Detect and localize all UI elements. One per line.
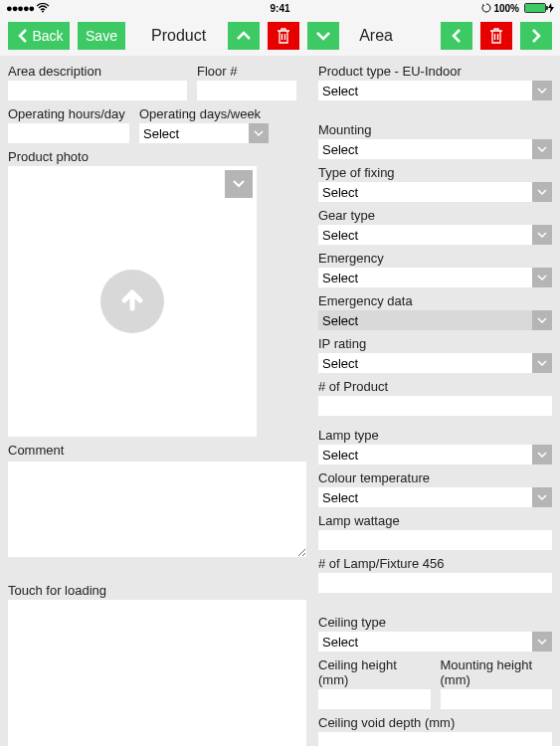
- op-hours-input[interactable]: [8, 123, 129, 143]
- num-product-label: # of Product: [318, 379, 552, 394]
- save-button[interactable]: Save: [78, 22, 125, 50]
- fixing-label: Type of fixing: [318, 165, 552, 180]
- mounting-select[interactable]: [318, 139, 552, 159]
- mounting-height-label: Mounting height (mm): [441, 657, 553, 687]
- loading-label: Touch for loading: [8, 583, 306, 598]
- lamp-type-select[interactable]: [318, 445, 552, 465]
- svg-point-0: [42, 11, 44, 13]
- status-time: 9:41: [270, 3, 289, 14]
- chevron-down-icon: [249, 123, 269, 143]
- product-type-label: Product type - EU-Indoor: [318, 64, 552, 79]
- fixing-select[interactable]: [318, 182, 552, 202]
- colour-temp-label: Colour temperature: [318, 470, 552, 485]
- chevron-left-icon: [18, 29, 28, 43]
- trash-icon: [489, 28, 503, 44]
- ceiling-type-select[interactable]: [318, 632, 552, 652]
- floor-input[interactable]: [197, 81, 296, 100]
- right-column: Product type - EU-Indoor Mounting Type o…: [318, 64, 552, 746]
- lamp-wattage-label: Lamp wattage: [318, 513, 552, 528]
- charging-icon: [548, 3, 554, 13]
- ceiling-height-input[interactable]: [318, 689, 431, 709]
- chevron-down-icon: [532, 225, 552, 245]
- back-label: Back: [32, 28, 63, 44]
- comment-input[interactable]: [8, 462, 306, 557]
- ceiling-height-label: Ceiling height (mm): [318, 657, 431, 687]
- area-desc-input[interactable]: [8, 81, 187, 100]
- comment-label: Comment: [8, 443, 306, 458]
- product-type-select[interactable]: [318, 81, 552, 100]
- photo-dropdown-button[interactable]: [225, 170, 253, 198]
- signal-dots: ●●●●●: [6, 2, 34, 14]
- status-bar: ●●●●● 9:41 100%: [0, 0, 560, 16]
- chevron-down-icon: [532, 310, 552, 330]
- chevron-down-icon: [532, 182, 552, 202]
- chevron-right-icon: [531, 29, 541, 43]
- chevron-down-icon: [532, 487, 552, 507]
- chevron-down-icon: [532, 632, 552, 652]
- product-heading: Product: [151, 27, 206, 45]
- upload-icon: [100, 270, 164, 333]
- gear-label: Gear type: [318, 208, 552, 223]
- chevron-down-icon: [532, 139, 552, 159]
- left-column: Area description Floor # Operating hours…: [8, 64, 306, 746]
- emergency-data-label: Emergency data: [318, 293, 552, 308]
- emergency-select[interactable]: [318, 268, 552, 287]
- chevron-down-icon: [532, 353, 552, 373]
- emergency-label: Emergency: [318, 251, 552, 266]
- ip-label: IP rating: [318, 336, 552, 351]
- product-prev-button[interactable]: [228, 22, 260, 50]
- chevron-down-icon: [532, 445, 552, 465]
- product-delete-button[interactable]: [268, 22, 299, 50]
- colour-temp-select[interactable]: [318, 487, 552, 507]
- lamp-type-label: Lamp type: [318, 428, 552, 443]
- battery-icon: [524, 3, 546, 13]
- gear-select[interactable]: [318, 225, 552, 245]
- product-photo-area[interactable]: [8, 166, 257, 437]
- area-delete-button[interactable]: [480, 22, 512, 50]
- loading-area[interactable]: [8, 600, 306, 746]
- area-desc-label: Area description: [8, 64, 187, 79]
- content: Area description Floor # Operating hours…: [0, 56, 560, 746]
- wifi-icon: [36, 3, 50, 13]
- chevron-left-icon: [452, 29, 462, 43]
- chevron-up-icon: [236, 31, 252, 41]
- refresh-icon: [481, 3, 491, 13]
- ceiling-type-label: Ceiling type: [318, 615, 552, 630]
- void-depth-label: Ceiling void depth (mm): [318, 715, 552, 730]
- op-days-label: Operating days/week: [139, 106, 269, 121]
- num-product-input[interactable]: [318, 396, 552, 416]
- num-lamp-input[interactable]: [318, 573, 552, 593]
- chevron-down-icon: [315, 31, 331, 41]
- product-next-button[interactable]: [307, 22, 339, 50]
- emergency-data-select[interactable]: [318, 310, 552, 330]
- area-heading: Area: [359, 27, 393, 45]
- area-prev-button[interactable]: [441, 22, 472, 50]
- num-lamp-label: # of Lamp/Fixture 456: [318, 556, 552, 571]
- lamp-wattage-input[interactable]: [318, 530, 552, 550]
- chevron-down-icon: [532, 81, 552, 100]
- trash-icon: [277, 28, 290, 44]
- back-button[interactable]: Back: [8, 22, 70, 50]
- mounting-height-input[interactable]: [441, 689, 553, 709]
- chevron-down-icon: [532, 268, 552, 287]
- battery-percent: 100%: [493, 3, 519, 14]
- ip-select[interactable]: [318, 353, 552, 373]
- void-depth-input[interactable]: [318, 732, 552, 746]
- toolbar: Back Save Product Area: [0, 16, 560, 56]
- op-hours-label: Operating hours/day: [8, 106, 129, 121]
- photo-label: Product photo: [8, 149, 306, 164]
- floor-label: Floor #: [197, 64, 296, 79]
- area-next-button[interactable]: [520, 22, 552, 50]
- mounting-label: Mounting: [318, 122, 552, 137]
